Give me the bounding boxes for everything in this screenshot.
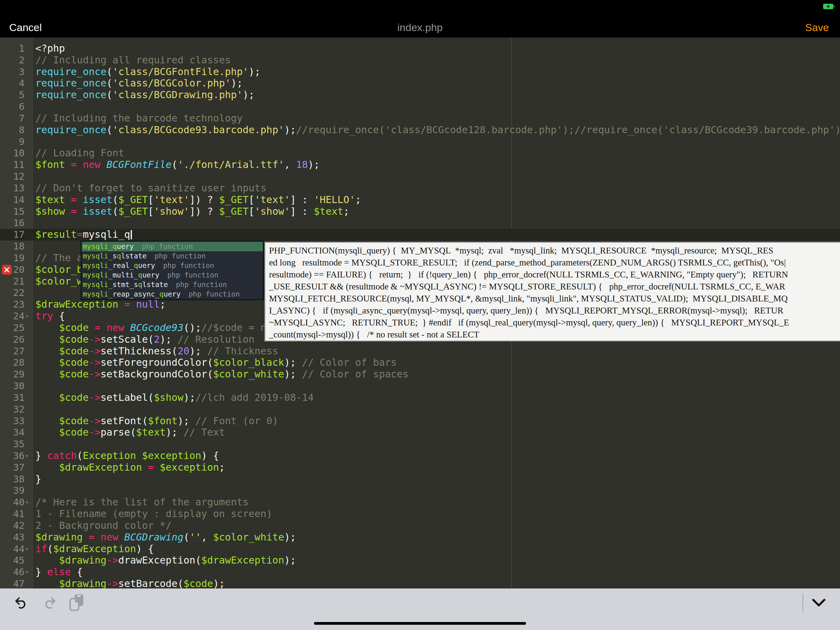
- line-number: 6: [0, 101, 25, 112]
- doc-line: _count(mysql->mysql)) { /* no result set…: [269, 329, 840, 340]
- code-line[interactable]: 4require_once('class/BCGColor.php');: [0, 78, 840, 89]
- code-line[interactable]: 36▾} catch(Exception $exception) {: [0, 450, 840, 462]
- code-line[interactable]: 8require_once('class/BCGcode93.barcode.p…: [0, 124, 840, 136]
- code-line[interactable]: 5require_once('class/BCGDrawing.php');: [0, 89, 840, 101]
- paste-clipboard-icon[interactable]: [69, 594, 84, 611]
- line-number: 2: [0, 54, 25, 66]
- autocomplete-item[interactable]: mysqli_stmt_sqlstatephp function: [82, 280, 263, 290]
- code-line[interactable]: 44▾if($drawException) {: [0, 543, 840, 555]
- autocomplete-item-kind: php function: [176, 280, 227, 288]
- code-line-text: // Don't forget to sanitize user inputs: [35, 182, 840, 194]
- code-line[interactable]: 38}: [0, 473, 840, 485]
- code-line[interactable]: 16: [0, 217, 840, 229]
- doc-line: ed long resultmode = MYSQLI_STORE_RESULT…: [269, 256, 840, 269]
- line-number: 29: [0, 369, 25, 380]
- autocomplete-item-kind: php function: [163, 261, 214, 269]
- code-line[interactable]: 34 $code->parse($text); // Text: [0, 427, 840, 438]
- code-line[interactable]: 39: [0, 485, 840, 497]
- home-indicator[interactable]: [314, 622, 526, 625]
- code-line-text: if($drawException) {: [35, 543, 840, 555]
- fold-toggle-icon[interactable]: ▾: [25, 566, 28, 578]
- dismiss-keyboard-chevron-icon[interactable]: [812, 598, 826, 607]
- line-number: 24: [0, 310, 25, 322]
- code-editor[interactable]: 1<?php2// Including all required classes…: [0, 38, 840, 589]
- line-number: 16: [0, 217, 25, 229]
- line-number: 18: [0, 241, 25, 252]
- code-line-text: $text = isset($_GET['text']) ? $_GET['te…: [35, 194, 840, 206]
- autocomplete-item-kind: php function: [167, 271, 218, 279]
- line-number: 45: [0, 555, 25, 566]
- undo-icon[interactable]: [15, 597, 29, 609]
- code-line-text: $code->setThickness(20); // Thickness: [35, 345, 840, 357]
- autocomplete-item[interactable]: mysqli_multi_queryphp function: [82, 271, 263, 280]
- autocomplete-item[interactable]: mysqli_reap_async_queryphp function: [82, 290, 263, 299]
- code-line[interactable]: 3require_once('class/BCGFontFile.php');: [0, 66, 840, 78]
- autocomplete-item[interactable]: mysqli_real_queryphp function: [82, 261, 263, 271]
- fold-toggle-icon[interactable]: ▾: [25, 497, 28, 508]
- code-line[interactable]: 422 - Background color */: [0, 520, 840, 532]
- code-line-text: // Including all required classes: [35, 54, 840, 66]
- code-line[interactable]: 2// Including all required classes: [0, 54, 840, 66]
- autocomplete-item[interactable]: mysqli_sqlstatephp function: [82, 251, 263, 261]
- code-line-text: $code->parse($text); // Text: [35, 427, 840, 438]
- code-line[interactable]: 411 - Filename (empty : display on scree…: [0, 508, 840, 520]
- line-number: 3: [0, 66, 25, 78]
- line-number: 4: [0, 78, 25, 89]
- error-marker-icon[interactable]: ×: [2, 265, 12, 275]
- code-line[interactable]: 10// Loading Font: [0, 147, 840, 159]
- fold-toggle-icon[interactable]: ▾: [25, 543, 28, 555]
- line-number: 37: [0, 462, 25, 473]
- line-number: 32: [0, 404, 25, 415]
- line-number: 43: [0, 532, 25, 543]
- fold-toggle-icon[interactable]: ▾: [25, 450, 28, 462]
- code-line[interactable]: 13// Don't forget to sanitize user input…: [0, 182, 840, 194]
- code-line-text: $drawing = new BCGDrawing('', $color_whi…: [35, 532, 840, 543]
- redo-icon[interactable]: [42, 597, 56, 609]
- code-line[interactable]: 29 $code->setBackgroundColor($color_whit…: [0, 369, 840, 380]
- line-number: 26: [0, 334, 25, 345]
- code-line[interactable]: 27 $code->setThickness(20); // Thickness: [0, 345, 840, 357]
- code-line[interactable]: 45 $drawing->drawException($drawExceptio…: [0, 555, 840, 566]
- line-number: 28: [0, 357, 25, 369]
- code-line[interactable]: 1<?php: [0, 43, 840, 54]
- code-line[interactable]: 43$drawing = new BCGDrawing('', $color_w…: [0, 532, 840, 543]
- code-line-text: require_once('class/BCGFontFile.php');: [35, 66, 840, 78]
- line-number: 22: [0, 287, 25, 299]
- code-line[interactable]: 14$text = isset($_GET['text']) ? $_GET['…: [0, 194, 840, 206]
- battery-charging-icon: [823, 3, 835, 9]
- line-number: 5: [0, 89, 25, 101]
- code-line[interactable]: 12: [0, 171, 840, 182]
- code-line-text: $drawing->setBarcode($code);: [35, 578, 840, 589]
- code-line[interactable]: 17$result=mysqli_q: [0, 229, 840, 241]
- code-line[interactable]: 35: [0, 438, 840, 450]
- autocomplete-popup: mysqli_queryphp functionmysqli_sqlstatep…: [81, 241, 264, 300]
- line-number: 27: [0, 345, 25, 357]
- code-line[interactable]: 37 $drawException = $exception;: [0, 462, 840, 473]
- fold-toggle-icon[interactable]: ▾: [25, 310, 28, 322]
- code-line-text: }: [35, 473, 840, 485]
- code-line-text: } catch(Exception $exception) {: [35, 450, 840, 462]
- line-number: 1: [0, 43, 25, 54]
- code-line[interactable]: 7// Including the barcode technology: [0, 112, 840, 124]
- code-line[interactable]: 9: [0, 136, 840, 148]
- code-line[interactable]: 28 $code->setForegroundColor($color_blac…: [0, 357, 840, 369]
- code-line[interactable]: 46▾} else {: [0, 566, 840, 578]
- code-line[interactable]: 6: [0, 101, 840, 112]
- code-line[interactable]: 11$font = new BCGFontFile('./font/Arial.…: [0, 159, 840, 171]
- line-number: 41: [0, 508, 25, 520]
- autocomplete-item-kind: php function: [155, 252, 206, 260]
- code-line-text: $code->setLabel($show);//lch add 2019-08…: [35, 392, 840, 404]
- code-line[interactable]: 15$show = isset($_GET['show']) ? $_GET['…: [0, 206, 840, 217]
- code-line[interactable]: 40▾/* Here is the list of the arguments: [0, 497, 840, 508]
- code-line-text: $code->setForegroundColor($color_black);…: [35, 357, 840, 369]
- code-line[interactable]: 30: [0, 380, 840, 392]
- toolbar-divider: [802, 593, 804, 613]
- code-line[interactable]: 32: [0, 404, 840, 415]
- code-line[interactable]: 47 $drawing->setBarcode($code);: [0, 578, 840, 589]
- line-number: 14: [0, 194, 25, 206]
- code-line[interactable]: 31 $code->setLabel($show);//lch add 2019…: [0, 392, 840, 404]
- autocomplete-item[interactable]: mysqli_queryphp function: [82, 242, 263, 251]
- line-number: 23: [0, 299, 25, 310]
- code-line[interactable]: 33 $code->setFont($font); // Font (or 0): [0, 415, 840, 427]
- save-button[interactable]: Save: [805, 22, 829, 33]
